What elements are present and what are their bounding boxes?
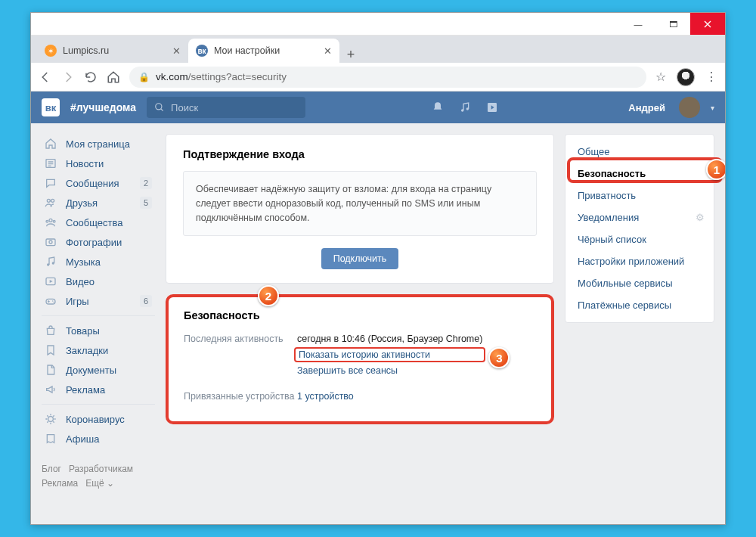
svg-point-18 [48, 417, 54, 422]
browser-tab[interactable]: вк Мои настройки ✕ [188, 39, 339, 63]
enable-2fa-button[interactable]: Подключить [321, 248, 399, 269]
browser-tabstrip: ✶ Lumpics.ru ✕ вк Мои настройки ✕ + [31, 36, 725, 63]
footer-link[interactable]: Разработчикам [69, 464, 133, 474]
svg-point-13 [52, 262, 54, 264]
sidebar-item[interactable]: Коронавирус [42, 409, 155, 429]
count-badge: 6 [140, 295, 152, 307]
tab-title: Мои настройки [214, 45, 318, 56]
browser-tab[interactable]: ✶ Lumpics.ru ✕ [37, 39, 188, 63]
callout-badge-1: 1 [706, 159, 725, 180]
photo-icon [45, 236, 58, 248]
svg-point-16 [52, 300, 53, 301]
tab-title: Lumpics.ru [63, 45, 166, 56]
settings-nav-item[interactable]: Настройки приложений [565, 250, 714, 272]
linked-devices-link[interactable]: 1 устройство [297, 391, 354, 402]
settings-nav-item[interactable]: Уведомления⚙ [565, 206, 714, 228]
sidebar-item[interactable]: Реклама [42, 380, 155, 399]
search-icon [154, 102, 165, 113]
sidebar-item[interactable]: Фотографии [42, 232, 155, 252]
sidebar-item[interactable]: Моя страница [42, 134, 155, 154]
footer-link[interactable]: Ещё ⌄ [85, 478, 114, 489]
sidebar-item[interactable]: Сообщения2 [42, 173, 155, 193]
address-bar[interactable]: 🔒 vk.com/settings?act=security [129, 67, 646, 88]
footer-links: БлогРазработчикамРекламаЕщё ⌄ [42, 462, 155, 491]
sidebar-item-label: Новости [66, 158, 104, 169]
window-close-button[interactable] [690, 13, 725, 35]
msg-icon [45, 177, 58, 189]
new-tab-button[interactable]: + [339, 47, 362, 63]
gear-icon[interactable]: ⚙ [696, 212, 705, 223]
sidebar-item[interactable]: Игры6 [42, 291, 155, 311]
market-icon [45, 324, 58, 337]
forward-icon[interactable] [61, 70, 75, 84]
svg-point-0 [156, 104, 162, 110]
close-icon[interactable]: ✕ [324, 45, 332, 57]
sidebar-item[interactable]: Закладки [42, 340, 155, 360]
linked-devices-label: Привязанные устройства [184, 391, 297, 402]
friends-icon [45, 197, 58, 209]
home-icon[interactable] [107, 70, 120, 84]
sidebar-item[interactable]: Новости [42, 154, 155, 173]
sidebar-item[interactable]: Видео [42, 272, 155, 291]
svg-point-12 [47, 263, 49, 265]
footer-link[interactable]: Реклама [42, 478, 78, 489]
settings-nav-item[interactable]: Общее [565, 141, 714, 163]
sidebar-item-label: Моя страница [66, 138, 130, 150]
play-icon[interactable] [486, 101, 498, 113]
window-minimize-button[interactable]: — [621, 13, 655, 35]
svg-point-17 [53, 302, 54, 303]
sidebar-item-label: Музыка [66, 256, 101, 268]
left-sidebar: Моя страницаНовостиСообщения2Друзья5Сооб… [42, 134, 155, 524]
sidebar-item[interactable]: Документы [42, 360, 155, 380]
login-confirmation-card: Подтверждение входа Обеспечивает надёжну… [166, 134, 554, 284]
svg-point-8 [46, 220, 48, 222]
svg-point-2 [466, 107, 468, 110]
star-icon[interactable]: ☆ [655, 70, 666, 84]
page-content: вк #лучшедома Поиск Андрей ▾ Моя страниц… [31, 92, 725, 524]
profile-avatar[interactable] [677, 68, 695, 86]
vk-header: вк #лучшедома Поиск Андрей ▾ [31, 92, 725, 123]
settings-nav-item[interactable]: Платёжные сервисы [565, 294, 714, 316]
video-icon [45, 275, 58, 287]
settings-nav-item[interactable]: Мобильные сервисы [565, 272, 714, 294]
back-icon[interactable] [39, 70, 52, 84]
sidebar-item-label: Фотографии [66, 237, 122, 248]
reload-icon[interactable] [84, 70, 98, 84]
ads-icon [45, 383, 58, 396]
sidebar-item[interactable]: Товары [42, 321, 155, 340]
footer-link[interactable]: Блог [42, 464, 61, 474]
browser-window: — 🗖 ✶ Lumpics.ru ✕ вк Мои настройки ✕ + … [30, 12, 726, 525]
music-icon[interactable] [459, 101, 471, 113]
chevron-down-icon[interactable]: ▾ [711, 104, 714, 112]
close-icon[interactable]: ✕ [172, 45, 181, 57]
notifications-icon[interactable] [432, 101, 444, 113]
card-title: Подтверждение входа [183, 148, 537, 160]
vk-search-input[interactable]: Поиск [147, 97, 305, 118]
security-card: 2 Безопасность Последняя активность сего… [166, 294, 554, 424]
svg-point-7 [49, 219, 52, 222]
show-activity-history-link[interactable]: Показать историю активности 3 [294, 347, 485, 362]
games-icon [45, 295, 58, 307]
kebab-menu-icon[interactable]: ⋮ [705, 70, 717, 84]
sidebar-item[interactable]: Друзья5 [42, 193, 155, 213]
settings-nav-item[interactable]: Безопасность [565, 163, 714, 185]
sidebar-item-label: Сообщества [66, 217, 123, 228]
count-badge: 2 [140, 177, 152, 189]
sidebar-item-label: Документы [66, 365, 116, 376]
end-all-sessions-link[interactable]: Завершить все сеансы [297, 365, 482, 376]
vk-hashtag[interactable]: #лучшедома [70, 101, 136, 113]
vk-user-avatar[interactable] [679, 97, 700, 118]
vk-logo[interactable]: вк [42, 98, 60, 116]
sidebar-item[interactable]: Музыка [42, 252, 155, 272]
sidebar-item-label: Афиша [66, 433, 99, 445]
settings-nav-item[interactable]: Чёрный список [565, 228, 714, 250]
vk-username[interactable]: Андрей [628, 102, 665, 113]
svg-point-5 [47, 199, 50, 202]
svg-rect-15 [46, 299, 55, 304]
separator [42, 315, 155, 316]
sidebar-item[interactable]: Афиша [42, 429, 155, 449]
settings-nav-item[interactable]: Приватность [565, 185, 714, 206]
last-activity-label: Последняя активность [184, 334, 297, 376]
window-maximize-button[interactable]: 🗖 [655, 13, 690, 35]
sidebar-item[interactable]: Сообщества [42, 213, 155, 232]
